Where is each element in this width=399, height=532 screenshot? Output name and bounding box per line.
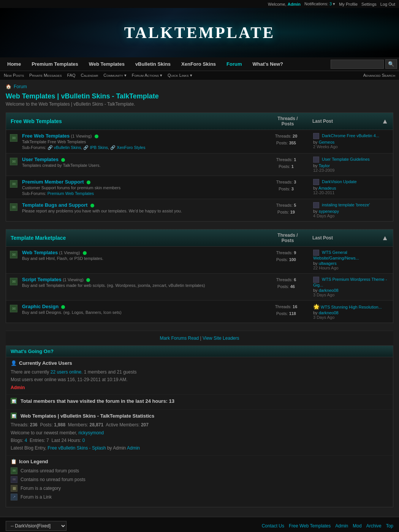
search-button[interactable]: 🔍 xyxy=(385,59,397,69)
my-profile-link[interactable]: My Profile xyxy=(339,2,358,6)
forum-unread-icon xyxy=(10,251,17,258)
last-post-info: WTS Premium Wordpress Theme - Gig... by … xyxy=(313,277,389,297)
link-forum-icon xyxy=(11,494,17,500)
footer-contact-link[interactable]: Contact Us xyxy=(262,523,284,529)
active-users-count-link[interactable]: 22 users online. xyxy=(51,369,83,375)
blogs-count-link[interactable]: 4 xyxy=(25,438,27,443)
advanced-search-link[interactable]: Advanced Search xyxy=(363,73,395,78)
nav-forum[interactable]: Forum xyxy=(221,57,247,71)
style-selector[interactable]: -- DarkVision[Fixed] xyxy=(6,521,66,531)
search-input[interactable] xyxy=(331,60,384,69)
last-post-date: 12-20-2011 xyxy=(313,190,389,195)
nav-home[interactable]: Home xyxy=(2,57,26,71)
viewing-count: (1 Viewing) xyxy=(63,277,84,282)
last-post-title-link[interactable]: WTS General Website/Gaming/News... xyxy=(313,250,359,260)
footer-admin-link[interactable]: Admin xyxy=(335,523,348,529)
subnav-faq[interactable]: FAQ xyxy=(67,73,76,78)
forum-info: Web Templates (1 Viewing) Buy and sell H… xyxy=(22,250,259,261)
view-site-leaders-link[interactable]: View Site Leaders xyxy=(203,336,239,341)
last-post-author-link[interactable]: darkneo08 xyxy=(319,288,339,293)
last24-count-link[interactable]: 0 xyxy=(82,438,85,443)
newest-member-link[interactable]: rickysymond xyxy=(79,430,104,435)
nav-vbulletin-skins[interactable]: vBulletin Skins xyxy=(130,57,176,71)
marketplace-section-title: Template Marketplace xyxy=(11,235,263,241)
last-post-by: by ultwagers xyxy=(313,261,389,266)
last-post-author-link[interactable]: ultwagers xyxy=(319,261,337,266)
footer-mod-link[interactable]: Mod xyxy=(353,523,361,529)
footer-archive-link[interactable]: Archive xyxy=(366,523,382,529)
last-post-icon xyxy=(313,157,319,163)
free-web-templates-section: Free Web Templates Threads / Posts Last … xyxy=(6,112,393,222)
last-post-info: DarkChrome Free vBulletin 4... by Gemeos… xyxy=(313,133,389,149)
subforum-link[interactable]: 🔗 XenForo Styles xyxy=(110,145,145,150)
nav-premium-templates[interactable]: Premium Templates xyxy=(26,57,84,71)
page-subtitle: Welcome to the Web Templates | vBulletin… xyxy=(6,101,393,107)
username-link[interactable]: Admin xyxy=(288,2,301,6)
forum-name-link[interactable]: Web Templates xyxy=(22,250,58,255)
wgo-header: What's Going On? xyxy=(6,346,393,357)
forum-info: Template Bugs and Support Please report … xyxy=(22,202,259,213)
nav-xenforo-skins[interactable]: XenForo Skins xyxy=(176,57,221,71)
last-post-author-link[interactable]: Amadeus xyxy=(318,186,336,190)
last-post-title-link[interactable]: User Template Guidelines xyxy=(322,157,370,162)
last-post-title-link[interactable]: instaling template 'breeze' xyxy=(322,203,370,207)
last-post-title-link[interactable]: WTS Stunning High Resolution... xyxy=(321,305,382,309)
table-row: Template Bugs and Support Please report … xyxy=(6,199,393,221)
content-area: 🏠 Forum Web Templates | vBulletin Skins … xyxy=(0,80,399,517)
forum-name-link[interactable]: Free Web Templates xyxy=(22,133,70,139)
sub-nav: New Posts Private Messages FAQ Calendar … xyxy=(0,71,399,80)
subforum-link[interactable]: 🔗 vBulletin Skins xyxy=(48,145,81,150)
footer-top-link[interactable]: Top xyxy=(386,523,393,529)
last-post-icon xyxy=(313,133,319,139)
last-post-author-link[interactable]: Gemeos xyxy=(319,140,335,144)
subnav-private-messages[interactable]: Private Messages xyxy=(29,73,62,78)
subnav-community[interactable]: Community ▾ xyxy=(103,73,127,78)
list-item: Contains no unread forum posts xyxy=(11,476,388,483)
list-item: Forum is a Link xyxy=(11,494,388,500)
logout-link[interactable]: Log Out xyxy=(380,2,395,6)
blog-author-link[interactable]: Admin xyxy=(127,445,140,451)
forum-unread-icon xyxy=(10,305,17,312)
marketplace-lastpost-col-header: Last Post xyxy=(312,235,333,241)
subnav-quick-links[interactable]: Quick Links ▾ xyxy=(168,73,192,78)
latest-blog-link[interactable]: Free vBulletin Skins - Splash xyxy=(48,445,106,451)
last-post-author-link[interactable]: darkneo08 xyxy=(319,310,339,315)
nav-whats-new[interactable]: What's New? xyxy=(247,57,288,71)
footer-free-templates-link[interactable]: Free Web Templates xyxy=(289,523,331,529)
last-post-title-link[interactable]: WTS Premium Wordpress Theme - Gig... xyxy=(313,277,387,287)
scroll-up-icon-2[interactable]: ▲ xyxy=(382,234,388,242)
last-post-title-link[interactable]: DarkChrome Free vBulletin 4... xyxy=(322,133,379,138)
scroll-up-icon[interactable]: ▲ xyxy=(382,117,388,125)
forum-name-link[interactable]: Script Templates xyxy=(22,277,62,282)
subnav-calendar[interactable]: Calendar xyxy=(81,73,98,78)
subnav-new-posts[interactable]: New Posts xyxy=(4,73,24,78)
notifications-link[interactable]: 3 xyxy=(329,2,332,6)
subforum-link[interactable]: Premium Web Templates xyxy=(48,191,94,196)
settings-link[interactable]: Settings xyxy=(361,2,377,6)
legend-icon-indicator: 📋 xyxy=(11,459,17,464)
forum-name-link[interactable]: Template Bugs and Support xyxy=(22,202,87,208)
forum-name-link[interactable]: Premium Member Support xyxy=(22,179,84,185)
forum-unread-icon xyxy=(10,180,17,188)
subnav-forum-actions[interactable]: Forum Actions ▾ xyxy=(132,73,162,78)
forum-name-link[interactable]: User Templates xyxy=(22,157,59,162)
active-member-link[interactable]: Admin xyxy=(11,385,25,390)
nav-web-templates[interactable]: Web Templates xyxy=(84,57,130,71)
users-icon: 👤 xyxy=(11,360,17,366)
subforum-link[interactable]: 🔗 IPB Skins xyxy=(83,145,108,150)
subforum-list: Sub-Forums: Premium Web Templates xyxy=(22,191,259,196)
notifications-dropdown-icon[interactable]: ▾ xyxy=(333,2,335,6)
last-post-date: 22 Hours Ago xyxy=(313,266,389,270)
latest-blog-text: Latest Blog Entry, Free vBulletin Skins … xyxy=(11,444,388,452)
forum-stats: Threads: 6Posts: 46 xyxy=(261,277,311,290)
page-title: Web Templates | vBulletin Skins - TalkTe… xyxy=(6,92,393,100)
breadcrumb-forum-link[interactable]: Forum xyxy=(14,84,27,89)
template-marketplace-section: Template Marketplace Threads / Posts Las… xyxy=(6,229,393,323)
mark-forums-read-link[interactable]: Mark Forums Read xyxy=(160,336,199,341)
icon-legend-title: 📋 Icon Legend xyxy=(11,459,388,464)
last-post-title-link[interactable]: DarkVision Update xyxy=(322,179,357,184)
footer-bar: -- DarkVision[Fixed] Contact Us Free Web… xyxy=(0,517,399,532)
last-post-author-link[interactable]: Taylor xyxy=(318,163,329,168)
last-post-author-link[interactable]: sypeneopy xyxy=(319,209,339,214)
forum-name-link[interactable]: Graphic Design xyxy=(22,304,59,309)
